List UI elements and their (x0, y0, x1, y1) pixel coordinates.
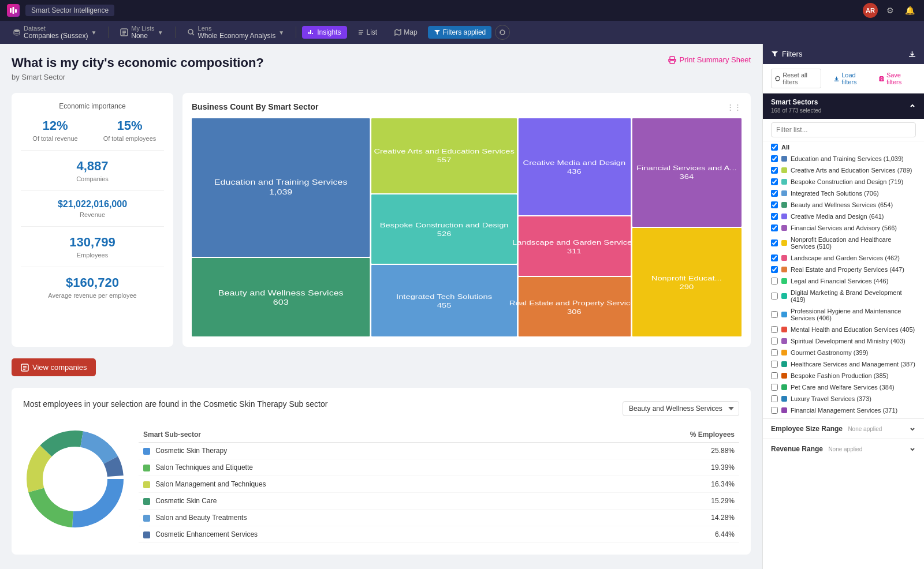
filter-search-input[interactable] (771, 122, 916, 137)
table-row: Cosmetic Enhancement Services 6.44% (139, 526, 739, 543)
employee-size-collapse-icon (909, 425, 916, 432)
subsector-name: Salon and Beauty Treatments (139, 510, 565, 526)
avg-revenue-label: Average revenue per employee (21, 292, 164, 299)
filter-item[interactable]: Landscape and Garden Services (462) (763, 252, 924, 264)
svg-text:290: 290 (679, 283, 694, 291)
filter-item[interactable]: Financial Management Services (371) (763, 405, 924, 416)
filter-checkbox[interactable] (771, 155, 778, 162)
sidebar-download-icon[interactable] (908, 50, 916, 58)
user-avatar[interactable]: AR (863, 3, 878, 18)
filter-color (781, 278, 787, 284)
table-row: Cosmetic Skin Care 15.29% (139, 493, 739, 510)
filter-item[interactable]: Automotive Trade and Services (371) (763, 416, 924, 418)
save-filters-btn[interactable]: Save filters (875, 69, 916, 88)
employees-pct-stat: 15% Of total employees (95, 118, 164, 142)
filter-item[interactable]: Digital Marketing & Brand Development (4… (763, 287, 924, 305)
bell-icon[interactable]: 🔔 (902, 3, 917, 18)
filter-item[interactable]: Professional Hygiene and Maintenance Ser… (763, 305, 924, 324)
filter-color (781, 202, 787, 208)
filter-checkbox[interactable] (771, 224, 778, 231)
filter-checkbox[interactable] (771, 361, 778, 368)
subsector-name: Salon Management and Techniques (139, 476, 565, 493)
tab-map[interactable]: Map (388, 25, 424, 39)
my-lists-selector[interactable]: My Lists None ▼ (114, 23, 169, 42)
chart-options-icon[interactable]: ⋮⋮ (726, 103, 742, 111)
print-summary-btn[interactable]: Print Summary Sheet (668, 55, 751, 64)
filter-checkbox[interactable] (771, 213, 778, 220)
filter-checkbox[interactable] (771, 311, 778, 318)
filter-all-checkbox[interactable] (771, 144, 778, 151)
tab-list[interactable]: List (351, 25, 385, 39)
filter-checkbox[interactable] (771, 167, 778, 174)
filter-item[interactable]: Pet Care and Welfare Services (384) (763, 381, 924, 393)
filter-item[interactable]: Legal and Financial Services (446) (763, 275, 924, 287)
filter-checkbox[interactable] (771, 190, 778, 197)
revenue-range-section[interactable]: Revenue Range None applied (763, 439, 924, 459)
filter-checkbox[interactable] (771, 201, 778, 208)
filter-checkbox[interactable] (771, 395, 778, 402)
table-row: Salon and Beauty Treatments 14.28% (139, 510, 739, 526)
employee-size-sub: None applied (848, 426, 882, 432)
filter-checkbox[interactable] (771, 178, 778, 185)
filter-checkbox[interactable] (771, 266, 778, 273)
svg-rect-27 (371, 265, 517, 336)
filter-all[interactable]: All (763, 141, 924, 153)
dataset-selector[interactable]: Dataset Companies (Sussex) ▼ (7, 23, 102, 42)
svg-text:Education and Training Service: Education and Training Services (214, 178, 348, 186)
filter-item[interactable]: Beauty and Wellness Services (654) (763, 199, 924, 211)
reset-filters-btn[interactable]: Reset all filters (771, 69, 821, 88)
filter-item[interactable]: Creative Arts and Education Services (78… (763, 164, 924, 176)
lens-label: Lens (198, 25, 276, 32)
filter-color (781, 361, 787, 367)
filter-item[interactable]: Healthcare Services and Management (387) (763, 358, 924, 370)
lens-selector[interactable]: Lens Whole Economy Analysis ▼ (181, 23, 290, 42)
dataset-label: Dataset (24, 25, 88, 32)
treemap[interactable]: Education and Training Services 1,039 Be… (192, 118, 742, 338)
bottom-content: Smart Sub-sector % Employees Cosmetic Sk… (23, 427, 739, 543)
svg-rect-30 (519, 118, 631, 215)
refresh-button[interactable] (495, 25, 510, 40)
revenue-pct-label: Of total revenue (21, 135, 90, 142)
filter-item[interactable]: Real Estate and Property Services (447) (763, 264, 924, 275)
filter-item[interactable]: Education and Training Services (1,039) (763, 153, 924, 164)
filter-item[interactable]: Financial Services and Advisory (566) (763, 222, 924, 234)
filter-list: All Education and Training Services (1,0… (763, 141, 924, 418)
filter-checkbox[interactable] (771, 293, 778, 300)
filter-checkbox[interactable] (771, 278, 778, 284)
filters-applied-btn[interactable]: Filters applied (428, 26, 492, 39)
chart-header: Business Count By Smart Sector ⋮⋮ (192, 102, 742, 111)
revenue-pct-stat: 12% Of total revenue (21, 118, 90, 142)
filter-checkbox[interactable] (771, 372, 778, 379)
smart-sectors-collapse-icon[interactable] (909, 103, 916, 110)
filter-checkbox[interactable] (771, 349, 778, 356)
filter-checkbox[interactable] (771, 254, 778, 261)
filter-label: Digital Marketing & Brand Development (4… (791, 289, 916, 303)
filter-checkbox[interactable] (771, 326, 778, 333)
filter-checkbox[interactable] (771, 239, 778, 246)
load-filters-btn[interactable]: Load filters (830, 69, 871, 88)
settings-icon[interactable]: ⚙ (882, 3, 897, 18)
svg-text:526: 526 (437, 230, 452, 238)
filter-item[interactable]: Spiritual Development and Ministry (403) (763, 335, 924, 347)
filter-item[interactable]: Integrated Tech Solutions (706) (763, 188, 924, 199)
filter-checkbox[interactable] (771, 384, 778, 391)
employee-size-section[interactable]: Employee Size Range None applied (763, 419, 924, 439)
view-companies-button[interactable]: View companies (12, 358, 96, 376)
filter-checkbox[interactable] (771, 338, 778, 345)
filter-item[interactable]: Bespoke Fashion Production (385) (763, 370, 924, 381)
filter-label: Bespoke Construction and Design (719) (791, 178, 903, 185)
filter-checkbox[interactable] (771, 407, 778, 414)
filters-label: Filters applied (443, 28, 486, 36)
tab-insights[interactable]: Insights (302, 26, 346, 39)
filter-item[interactable]: Luxury Travel Services (373) (763, 393, 924, 405)
sector-dropdown[interactable]: Beauty and Wellness Services (623, 401, 739, 416)
svg-text:Beauty and Wellness Services: Beauty and Wellness Services (218, 289, 344, 297)
filter-item[interactable]: Bespoke Construction and Design (719) (763, 176, 924, 188)
filter-item[interactable]: Mental Health and Education Services (40… (763, 324, 924, 335)
svg-text:1,039: 1,039 (269, 188, 292, 196)
svg-text:Integrated Tech Solutions: Integrated Tech Solutions (396, 293, 493, 301)
filter-item[interactable]: Gourmet Gastronomy (399) (763, 347, 924, 358)
right-sidebar: Filters Reset all filters Load filters S… (762, 44, 924, 569)
filter-item[interactable]: Creative Media and Design (641) (763, 211, 924, 222)
filter-item[interactable]: Nonprofit Education and Healthcare Servi… (763, 234, 924, 252)
